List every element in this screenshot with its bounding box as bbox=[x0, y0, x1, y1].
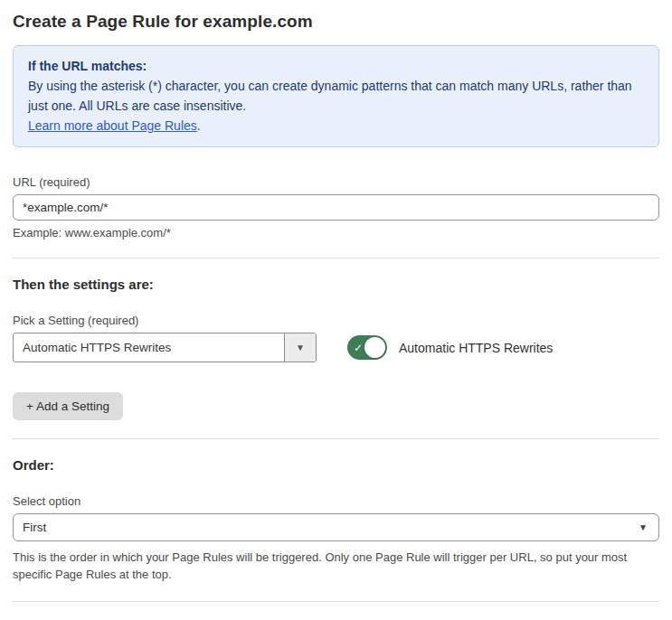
setting-dropdown-value: Automatic HTTPS Rewrites bbox=[14, 333, 284, 362]
link-suffix: . bbox=[197, 118, 201, 133]
setting-toggle[interactable]: ✓ bbox=[347, 335, 387, 360]
order-select-label: Select option bbox=[13, 494, 659, 508]
divider bbox=[13, 258, 659, 258]
toggle-label: Automatic HTTPS Rewrites bbox=[399, 341, 553, 355]
order-select[interactable]: First ▼ bbox=[13, 513, 659, 541]
check-icon: ✓ bbox=[354, 343, 363, 353]
order-help-text: This is the order in which your Page Rul… bbox=[13, 549, 659, 583]
page-title: Create a Page Rule for example.com bbox=[13, 12, 659, 32]
order-section-heading: Order: bbox=[13, 457, 659, 473]
divider bbox=[13, 438, 659, 439]
order-select-value: First bbox=[23, 521, 46, 534]
select-arrow-icon: ▼ bbox=[639, 522, 648, 532]
setting-dropdown[interactable]: Automatic HTTPS Rewrites ▼ bbox=[13, 333, 317, 362]
setting-toggle-group: ✓ Automatic HTTPS Rewrites bbox=[347, 335, 553, 360]
url-example-text: Example: www.example.com/* bbox=[13, 226, 659, 240]
add-setting-button[interactable]: + Add a Setting bbox=[13, 392, 123, 420]
url-field-label: URL (required) bbox=[13, 175, 659, 189]
info-box-heading: If the URL matches: bbox=[28, 56, 644, 76]
url-input[interactable] bbox=[13, 194, 659, 221]
setting-row: Automatic HTTPS Rewrites ▼ ✓ Automatic H… bbox=[13, 333, 659, 362]
info-box-body: By using the asterisk (*) character, you… bbox=[28, 76, 644, 116]
toggle-knob bbox=[364, 337, 385, 358]
info-box-link-line: Learn more about Page Rules. bbox=[28, 116, 644, 136]
create-page-rule-panel: Create a Page Rule for example.com If th… bbox=[0, 0, 672, 620]
settings-section-heading: Then the settings are: bbox=[13, 277, 659, 292]
url-match-info-box: If the URL matches: By using the asteris… bbox=[13, 45, 659, 147]
dropdown-arrow-button[interactable]: ▼ bbox=[284, 333, 316, 362]
pick-setting-label: Pick a Setting (required) bbox=[13, 314, 659, 327]
divider bbox=[13, 601, 659, 602]
learn-more-link[interactable]: Learn more about Page Rules bbox=[28, 118, 197, 133]
chevron-down-icon: ▼ bbox=[296, 343, 305, 352]
